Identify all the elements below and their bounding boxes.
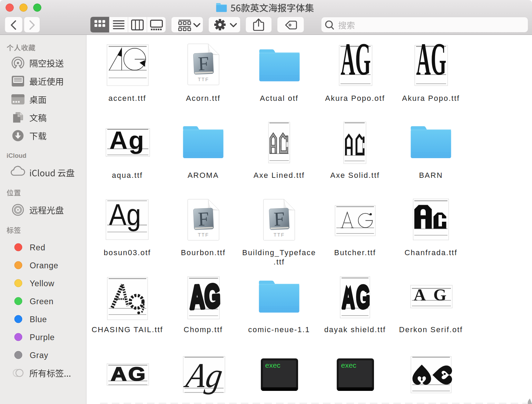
svg-text:AG: AG <box>341 33 371 85</box>
svg-text:Ag: Ag <box>109 198 141 231</box>
svg-text:aqua.ttf: aqua.ttf <box>112 171 142 180</box>
svg-text:AROMA: AROMA <box>188 171 219 180</box>
svg-text:A G: A G <box>414 285 449 304</box>
svg-text:Orange: Orange <box>30 261 58 270</box>
svg-text:Acorn.ttf: Acorn.ttf <box>186 94 220 103</box>
svg-text:Yellow: Yellow <box>30 279 55 288</box>
svg-text:Purple: Purple <box>30 333 55 342</box>
svg-text:comic-neue-1.1: comic-neue-1.1 <box>248 325 310 334</box>
svg-text:iCloud: iCloud <box>7 152 27 159</box>
svg-text:Gray: Gray <box>30 351 48 360</box>
svg-text:Derkon Serif.otf: Derkon Serif.otf <box>399 325 463 334</box>
svg-text:Akura Popo.ttf: Akura Popo.ttf <box>402 94 460 103</box>
svg-text:Chomp.ttf: Chomp.ttf <box>184 325 223 334</box>
svg-text:Green: Green <box>30 297 53 306</box>
svg-text:Building_Typeface: Building_Typeface <box>242 248 316 257</box>
svg-text:.ttf: .ttf <box>274 258 285 266</box>
svg-text:Bourbon.ttf: Bourbon.ttf <box>181 248 226 257</box>
svg-text:Axe Solid.ttf: Axe Solid.ttf <box>330 171 380 180</box>
svg-text:AG: AG <box>416 33 446 85</box>
svg-text:Butcher.ttf: Butcher.ttf <box>334 248 376 257</box>
svg-text:AG: AG <box>189 277 221 316</box>
svg-text:Red: Red <box>30 243 46 252</box>
svg-text:accent.ttf: accent.ttf <box>108 94 146 103</box>
svg-text:Akura Popo.otf: Akura Popo.otf <box>325 94 385 103</box>
svg-text:Actual otf: Actual otf <box>260 94 298 103</box>
svg-text:BARN: BARN <box>419 171 443 180</box>
svg-text:Blue: Blue <box>30 315 47 324</box>
svg-text:Chanfrada.ttf: Chanfrada.ttf <box>404 248 457 257</box>
svg-text:Axe Lined.ttf: Axe Lined.ttf <box>254 171 305 180</box>
svg-text:Ag: Ag <box>109 126 145 154</box>
svg-text:CHASING TAIL.ttf: CHASING TAIL.ttf <box>91 325 163 334</box>
svg-text:AG: AG <box>111 363 147 384</box>
svg-text:dayak shield.ttf: dayak shield.ttf <box>324 325 386 334</box>
svg-text:bosun03.otf: bosun03.otf <box>104 248 151 257</box>
